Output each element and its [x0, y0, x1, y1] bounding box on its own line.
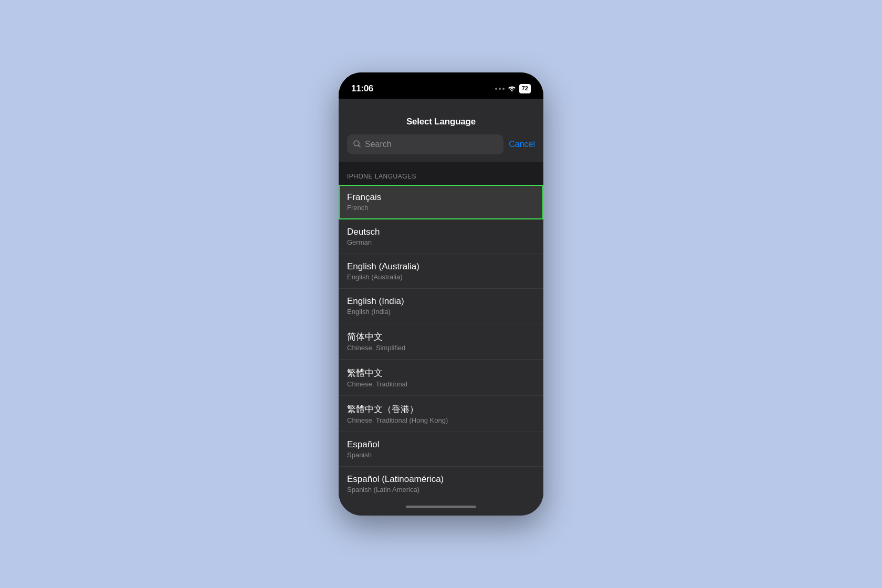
language-name: English (Australia): [347, 261, 535, 272]
phone-frame: 11:06 72 Select Language: [339, 72, 543, 516]
language-item[interactable]: English (India)English (India): [339, 289, 543, 323]
battery-indicator: 72: [519, 84, 531, 93]
status-bar: 11:06 72: [339, 72, 543, 99]
language-name: Español (Latinoamérica): [347, 474, 535, 485]
search-field[interactable]: Search: [347, 134, 503, 154]
modal-title: Select Language: [406, 117, 476, 127]
language-subtitle: Chinese, Simplified: [347, 344, 535, 352]
wifi-icon: [508, 85, 516, 93]
language-subtitle: French: [347, 204, 535, 212]
language-subtitle: Spanish (Latin America): [347, 486, 535, 494]
status-time: 11:06: [351, 83, 373, 94]
language-name: English (India): [347, 296, 535, 307]
section-label: IPHONE LANGUAGES: [347, 173, 416, 180]
language-item[interactable]: DeutschGerman: [339, 219, 543, 254]
language-name: 繁體中文（香港）: [347, 403, 535, 415]
language-name: Deutsch: [347, 227, 535, 237]
language-item[interactable]: EspañolSpanish: [339, 432, 543, 467]
scroll-peek: [339, 99, 543, 106]
language-item[interactable]: FrançaisFrench: [339, 185, 543, 219]
language-list[interactable]: FrançaisFrenchDeutschGermanEnglish (Aust…: [339, 185, 543, 498]
language-item[interactable]: 繁體中文（香港）Chinese, Traditional (Hong Kong): [339, 396, 543, 432]
language-name: 简体中文: [347, 331, 535, 343]
language-subtitle: Chinese, Traditional: [347, 380, 535, 388]
language-name: 繁體中文: [347, 367, 535, 379]
section-header: IPHONE LANGUAGES: [339, 162, 543, 185]
cancel-button[interactable]: Cancel: [509, 140, 535, 149]
search-row: Search Cancel: [339, 134, 543, 162]
home-indicator-bar: [406, 506, 476, 508]
language-name: Español: [347, 439, 535, 450]
language-subtitle: English (India): [347, 308, 535, 316]
language-subtitle: English (Australia): [347, 273, 535, 281]
language-subtitle: German: [347, 238, 535, 246]
home-indicator-area: [339, 498, 543, 516]
language-item[interactable]: 简体中文Chinese, Simplified: [339, 323, 543, 360]
language-name: Français: [347, 192, 535, 203]
language-item[interactable]: English (Australia)English (Australia): [339, 254, 543, 289]
signal-icon: [495, 88, 505, 90]
search-placeholder: Search: [365, 140, 392, 149]
language-subtitle: Chinese, Traditional (Hong Kong): [347, 416, 535, 424]
search-icon: [353, 140, 361, 149]
modal-header: Select Language: [339, 106, 543, 134]
language-item[interactable]: Español (Latinoamérica)Spanish (Latin Am…: [339, 467, 543, 498]
status-icons: 72: [495, 84, 531, 93]
language-item[interactable]: 繁體中文Chinese, Traditional: [339, 360, 543, 396]
language-subtitle: Spanish: [347, 451, 535, 459]
